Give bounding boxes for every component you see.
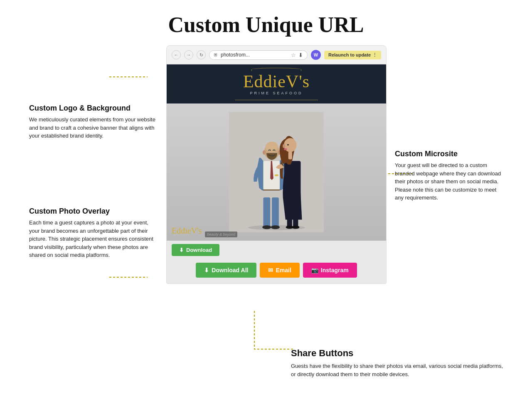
svg-rect-21 (288, 151, 292, 159)
download-single-button[interactable]: ⬇ Download (172, 244, 219, 256)
instagram-icon: 📷 (311, 267, 318, 273)
refresh-button[interactable]: ↻ (197, 50, 206, 59)
page-title: Custom Unique URL (0, 0, 532, 45)
header-ornament-top (251, 68, 301, 71)
logo-annotation-title: Custom Logo & Background (29, 103, 158, 113)
microsite-annotation-title: Custom Microsite (395, 149, 503, 159)
download-single-label: Download (186, 247, 212, 253)
microsite-annotation-text: Your guest will be directed to a custom … (395, 161, 503, 202)
secure-icon: ⛨ (214, 52, 218, 57)
forward-button[interactable]: → (184, 50, 193, 59)
action-buttons-row: ⬇ Download All ✉ Email 📷 Instagram (167, 259, 386, 283)
download-single-icon: ⬇ (179, 247, 184, 253)
site-header: EddieV's PRIME SEAFOOD (167, 64, 386, 103)
back-button[interactable]: ← (172, 50, 181, 59)
instagram-label: Instagram (321, 267, 349, 273)
user-avatar: W (311, 50, 321, 60)
right-annotations-panel: Custom Microsite Your guest will be dire… (395, 45, 503, 202)
overlay-brand-logo: EddieV's PRIME SEAFOOD (172, 227, 202, 237)
overlay-annotation: Custom Photo Overlay Each time a guest c… (29, 207, 158, 259)
overlay-logo-subtitle: PRIME SEAFOOD (172, 235, 202, 237)
share-annotation-title: Share Buttons (291, 348, 507, 359)
svg-point-24 (284, 148, 287, 150)
header-ornament-bottom (235, 100, 318, 100)
overlay-secondary: beauty & beyond (205, 232, 237, 237)
download-all-button[interactable]: ⬇ Download All (196, 263, 256, 278)
share-annotation: Share Buttons Guests have the flexibilit… (291, 348, 507, 378)
share-annotation-text: Guests have the flexibility to share the… (291, 362, 507, 378)
left-annotations-panel: Custom Logo & Background We meticulously… (29, 45, 158, 272)
email-icon: ✉ (268, 267, 273, 273)
browser-content: EddieV's PRIME SEAFOOD (166, 64, 387, 284)
email-label: Email (276, 267, 291, 273)
logo-annotation-text: We meticulously curated elements from yo… (29, 116, 158, 140)
microsite-annotation: Custom Microsite Your guest will be dire… (395, 149, 503, 202)
download-single-row: ⬇ Download (167, 241, 386, 259)
couple-illustration (229, 112, 324, 232)
overlay-annotation-title: Custom Photo Overlay (29, 207, 158, 216)
photo-placeholder: EddieV's PRIME SEAFOOD beauty & beyond (167, 103, 386, 241)
bookmark-icon: ☆ (291, 52, 296, 58)
overlay-logo-text: EddieV's (172, 227, 202, 235)
overlay-annotation-text: Each time a guest captures a photo at yo… (29, 219, 158, 259)
download-all-icon: ⬇ (204, 267, 209, 273)
forward-icon: → (187, 52, 191, 57)
svg-point-23 (287, 144, 289, 145)
svg-rect-19 (284, 161, 300, 200)
svg-point-25 (274, 174, 278, 176)
download-icon: ⬇ (298, 52, 303, 58)
url-text: photosfrom... (221, 52, 288, 58)
site-logo: EddieV's (175, 73, 378, 90)
relaunch-label: Relaunch to update (328, 52, 371, 57)
back-icon: ← (174, 52, 179, 57)
browser-chrome: ← → ↻ ⛨ photosfrom... ☆ ⬇ W Relaunch to … (166, 45, 387, 64)
svg-point-13 (262, 150, 266, 155)
site-subtitle: PRIME SEAFOOD (175, 91, 378, 95)
url-bar[interactable]: ⛨ photosfrom... ☆ ⬇ (209, 50, 308, 60)
menu-dots-icon: ⋮ (372, 52, 377, 58)
logo-annotation: Custom Logo & Background We meticulously… (29, 103, 158, 140)
svg-point-12 (265, 142, 278, 152)
download-all-label: Download All (212, 267, 248, 273)
photo-area: EddieV's PRIME SEAFOOD beauty & beyond (167, 103, 386, 241)
instagram-button[interactable]: 📷 Instagram (303, 263, 357, 278)
browser-mockup: ← → ↻ ⛨ photosfrom... ☆ ⬇ W Relaunch to … (166, 45, 387, 284)
email-button[interactable]: ✉ Email (260, 263, 299, 278)
secondary-text: beauty & beyond (207, 232, 235, 236)
svg-point-22 (282, 144, 285, 148)
photo-overlay: EddieV's PRIME SEAFOOD beauty & beyond (167, 223, 386, 241)
relaunch-button[interactable]: Relaunch to update ⋮ (324, 51, 381, 59)
refresh-icon: ↻ (200, 52, 203, 58)
